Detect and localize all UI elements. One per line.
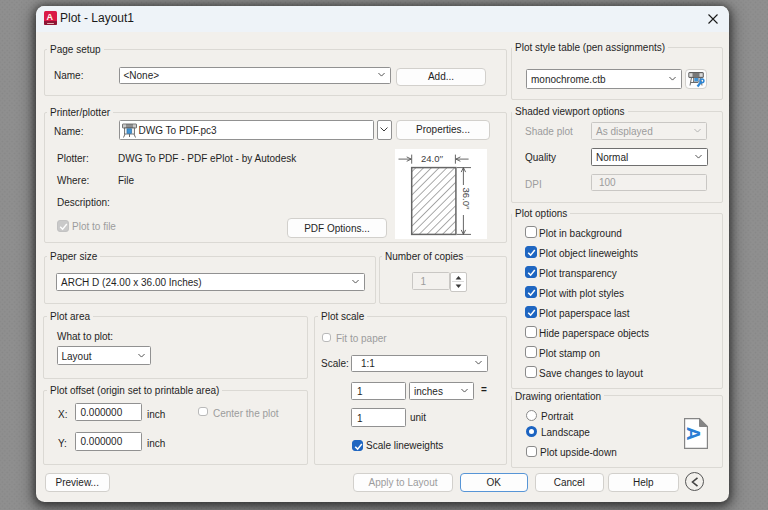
svg-text:24.0′′: 24.0′′ [421,153,443,164]
svg-text:36.0′′: 36.0′′ [461,188,472,210]
svg-text:A: A [684,427,704,441]
